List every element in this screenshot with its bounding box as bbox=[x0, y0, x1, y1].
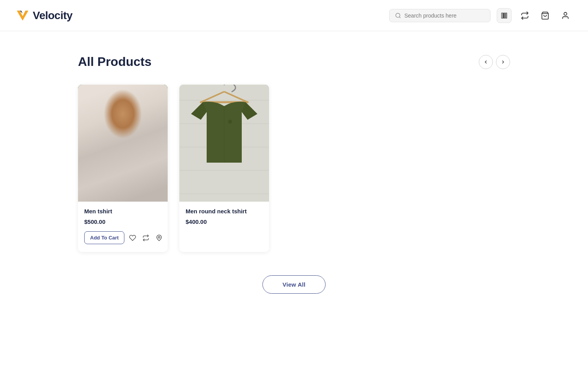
product-image bbox=[179, 85, 269, 202]
cart-button[interactable] bbox=[538, 9, 552, 23]
svg-rect-10 bbox=[505, 13, 505, 18]
svg-rect-9 bbox=[503, 13, 504, 18]
logo[interactable]: Velocity bbox=[16, 9, 73, 23]
section-title: All Products bbox=[78, 55, 151, 69]
svg-rect-19 bbox=[113, 112, 121, 117]
svg-rect-11 bbox=[506, 13, 507, 18]
user-icon bbox=[561, 11, 570, 20]
svg-rect-8 bbox=[501, 13, 503, 18]
left-arrow-icon bbox=[483, 59, 489, 65]
svg-line-7 bbox=[399, 17, 400, 18]
search-bar[interactable] bbox=[389, 9, 491, 22]
view-all-container: View All bbox=[78, 275, 510, 294]
product-name: Men round neck tshirt bbox=[186, 208, 263, 214]
svg-point-39 bbox=[228, 120, 232, 124]
product-price: $500.00 bbox=[84, 218, 161, 225]
transfer-icon bbox=[521, 11, 529, 20]
view-all-button[interactable]: View All bbox=[262, 275, 325, 294]
svg-rect-20 bbox=[123, 112, 131, 117]
svg-point-15 bbox=[78, 85, 129, 155]
search-icon bbox=[395, 12, 401, 19]
location-button[interactable] bbox=[154, 233, 164, 243]
cart-icon bbox=[541, 11, 549, 20]
transfer-button[interactable] bbox=[518, 9, 532, 23]
svg-point-17 bbox=[103, 85, 142, 124]
compare-icon bbox=[142, 234, 149, 241]
product-actions: Add To Cart bbox=[78, 231, 168, 244]
next-arrow-button[interactable] bbox=[496, 55, 510, 69]
product-image-green-shirt bbox=[179, 85, 269, 202]
add-to-cart-button[interactable]: Add To Cart bbox=[84, 231, 124, 244]
svg-rect-14 bbox=[78, 85, 168, 202]
product-price: $400.00 bbox=[186, 218, 263, 225]
nav-arrows bbox=[479, 55, 510, 69]
svg-point-18 bbox=[110, 101, 135, 131]
right-arrow-icon bbox=[500, 59, 506, 65]
velocity-logo-icon bbox=[16, 9, 30, 23]
product-illustration-1 bbox=[78, 85, 168, 202]
header-right bbox=[389, 8, 572, 23]
prev-arrow-button[interactable] bbox=[479, 55, 493, 69]
svg-point-13 bbox=[564, 12, 567, 15]
product-image bbox=[78, 85, 168, 202]
barcode-scan-button[interactable] bbox=[497, 8, 512, 23]
product-card: Men round neck tshirt $400.00 bbox=[179, 85, 269, 252]
svg-point-6 bbox=[396, 13, 400, 18]
product-card: Men tshirt $500.00 Add To Cart bbox=[78, 85, 168, 252]
compare-button[interactable] bbox=[141, 233, 151, 243]
svg-rect-23 bbox=[119, 129, 127, 135]
product-name: Men tshirt bbox=[84, 208, 161, 214]
svg-point-16 bbox=[125, 85, 168, 139]
svg-rect-30 bbox=[96, 161, 150, 202]
wishlist-button[interactable] bbox=[128, 233, 138, 243]
user-button[interactable] bbox=[558, 9, 572, 23]
product-info: Men round neck tshirt $400.00 bbox=[179, 202, 269, 225]
products-grid: Men tshirt $500.00 Add To Cart bbox=[78, 85, 510, 252]
svg-point-22 bbox=[111, 99, 135, 113]
section-header: All Products bbox=[78, 55, 510, 69]
main-content: All Products bbox=[0, 31, 588, 317]
logo-text: Velocity bbox=[33, 9, 73, 22]
location-icon bbox=[156, 234, 163, 241]
barcode-icon bbox=[501, 12, 508, 19]
svg-point-31 bbox=[158, 236, 160, 238]
heart-icon bbox=[129, 234, 136, 241]
search-input[interactable] bbox=[404, 12, 485, 19]
product-illustration-2 bbox=[179, 85, 269, 202]
product-info: Men tshirt $500.00 bbox=[78, 202, 168, 225]
product-image-patterned-shirt bbox=[78, 85, 168, 202]
header: Velocity bbox=[0, 0, 588, 31]
